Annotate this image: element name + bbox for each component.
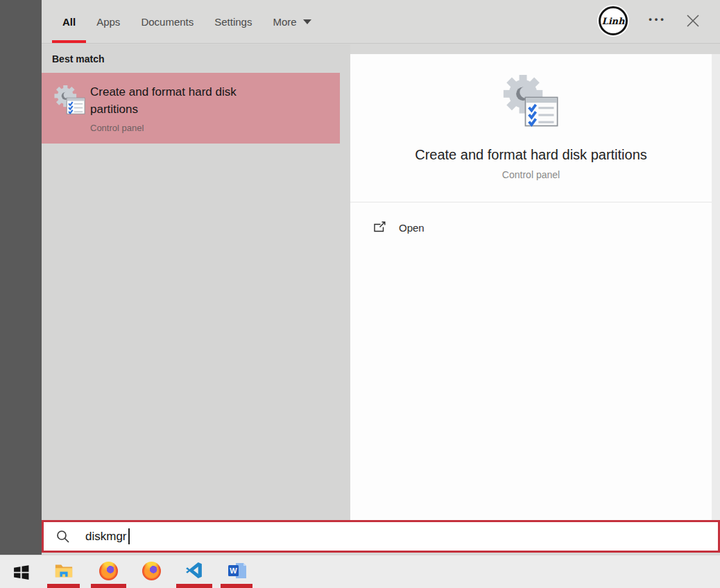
best-match-result[interactable]: Create and format hard disk partitions C… <box>42 73 340 144</box>
detail-subtitle: Control panel <box>350 169 712 180</box>
best-match-title: Create and format hard disk partitions <box>90 83 267 118</box>
tab-documents[interactable]: Documents <box>130 0 204 43</box>
best-match-section-label: Best match <box>52 53 104 64</box>
tab-more[interactable]: More <box>262 0 321 43</box>
annotation-red-bar <box>91 584 126 588</box>
windows-logo-icon <box>12 564 30 581</box>
firefox-icon <box>142 562 161 580</box>
close-icon[interactable] <box>685 13 701 28</box>
taskbar-file-explorer[interactable] <box>54 561 74 580</box>
tab-settings[interactable]: Settings <box>204 0 262 43</box>
tab-more-label: More <box>273 16 296 28</box>
more-options-icon[interactable]: ••• <box>644 14 671 24</box>
best-match-text: Create and format hard disk partitions C… <box>90 83 267 144</box>
detail-title: Create and format hard disk partitions <box>350 147 712 163</box>
search-query-text: diskmgr <box>85 530 127 544</box>
taskbar-firefox-2[interactable] <box>142 561 161 580</box>
disk-management-icon <box>54 85 86 117</box>
text-cursor <box>128 528 130 544</box>
word-icon: W <box>228 562 247 580</box>
annotation-red-bar <box>47 584 80 588</box>
user-avatar[interactable]: Linh <box>599 6 628 35</box>
desktop-background-strip <box>0 0 42 555</box>
detail-panel: Create and format hard disk partitions C… <box>350 54 712 520</box>
best-match-subtitle: Control panel <box>90 123 267 133</box>
file-explorer-icon <box>54 562 74 580</box>
open-label: Open <box>399 222 425 234</box>
avatar-label: Linh <box>602 16 625 26</box>
taskbar-vscode[interactable] <box>185 560 204 580</box>
firefox-icon <box>99 562 118 580</box>
start-button[interactable] <box>11 562 31 582</box>
open-action[interactable]: Open <box>350 202 712 234</box>
tab-apps[interactable]: Apps <box>86 0 130 43</box>
word-icon-letter: W <box>230 567 237 575</box>
chevron-down-icon <box>303 19 311 24</box>
annotation-red-bar <box>221 584 252 588</box>
disk-management-icon-large <box>503 75 560 132</box>
vscode-icon <box>185 561 204 580</box>
open-external-icon <box>373 221 387 234</box>
tab-all[interactable]: All <box>52 0 86 43</box>
search-icon <box>55 529 71 544</box>
windows-search-screen: All Apps Documents Settings More Linh ••… <box>0 0 720 588</box>
taskbar-word[interactable]: W <box>228 561 247 580</box>
taskbar-firefox-1[interactable] <box>98 561 118 580</box>
search-input[interactable]: diskmgr <box>42 520 720 553</box>
scrollbar-track[interactable] <box>712 54 720 520</box>
annotation-red-bar <box>176 584 212 588</box>
